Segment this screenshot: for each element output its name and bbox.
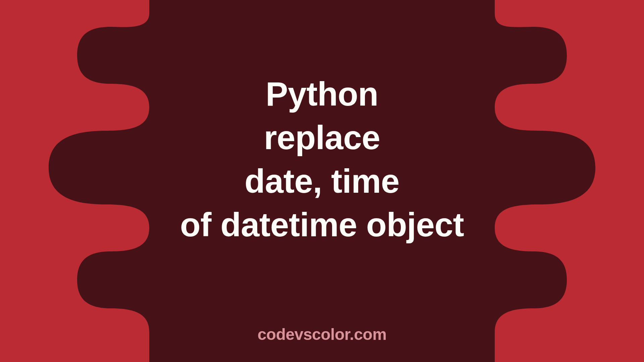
title-line-3: date, time: [0, 159, 644, 203]
title-line-1: Python: [0, 72, 644, 116]
title-block: Python replace date, time of datetime ob…: [0, 72, 644, 246]
title-line-4: of datetime object: [0, 203, 644, 246]
title-line-2: replace: [0, 116, 644, 159]
site-label: codevscolor.com: [0, 325, 644, 344]
banner-canvas: Python replace date, time of datetime ob…: [0, 0, 644, 362]
